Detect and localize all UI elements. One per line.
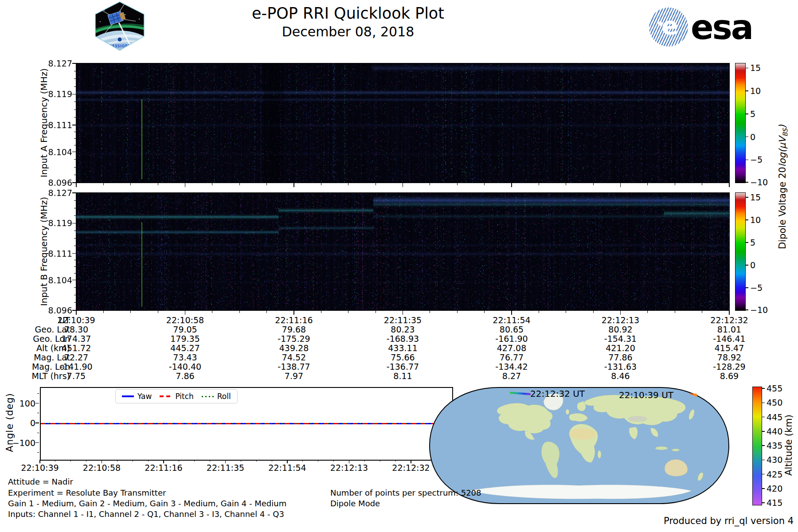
axis-tick [76, 311, 77, 315]
colorbar-tick-label: −5 [750, 283, 777, 293]
table-cell: 72.27 [64, 352, 88, 362]
axis-tick [74, 78, 76, 79]
axis-tick [762, 417, 765, 418]
page-date: December 08, 2018 [126, 24, 570, 39]
table-cell: -131.63 [604, 362, 637, 372]
table-cell: 80.23 [391, 325, 415, 334]
axis-tick [74, 86, 76, 87]
table-cell: 415.47 [715, 343, 744, 353]
axis-tick [566, 311, 566, 313]
freq-tick-label: 8.096 [26, 178, 72, 188]
table-cell: 7.86 [176, 371, 194, 381]
axis-tick [37, 413, 39, 413]
table-cell: -128.29 [713, 362, 745, 372]
axis-tick [293, 183, 294, 187]
table-cell: -168.93 [387, 334, 419, 344]
axis-tick [158, 311, 158, 313]
axis-tick [729, 311, 730, 315]
legend-item-yaw: Yaw [122, 392, 152, 401]
annotation-experiment: Experiment = Resolute Bay Transmitter [8, 488, 166, 497]
axis-tick [403, 311, 403, 315]
colorbar-tick-label: 5 [750, 238, 777, 247]
altitude-colorbar [752, 387, 762, 505]
axis-tick [745, 287, 748, 288]
freq-tick-label: 8.104 [26, 275, 72, 285]
track-start-dot [694, 393, 697, 396]
axis-tick [762, 431, 765, 432]
table-cell: 439.28 [279, 343, 309, 353]
axis-tick [37, 452, 39, 453]
colorbar-tick-label: 10 [750, 86, 777, 96]
table-cell: 22:11:35 [384, 315, 422, 325]
table-cell: 421.20 [606, 343, 635, 353]
angle-ytick-label: 100 [0, 399, 35, 408]
axis-tick [511, 183, 512, 187]
table-cell: 81.01 [717, 325, 741, 334]
axis-tick [74, 145, 76, 145]
axis-tick [74, 175, 76, 175]
axis-tick [321, 183, 321, 185]
axis-tick [74, 215, 76, 216]
axis-tick [484, 183, 485, 185]
axis-tick [647, 183, 648, 185]
axis-tick [266, 183, 267, 185]
table-row-label: MLT (hrs) [4, 371, 70, 381]
legend-item-pitch: Pitch [160, 392, 193, 401]
axis-tick [745, 219, 748, 220]
page-title: e-POP RRI Quicklook Plot [126, 4, 570, 22]
axis-tick [185, 183, 186, 187]
axis-tick [430, 311, 430, 313]
annotation-gains: Gain 1 - Medium, Gain 2 - Medium, Gain 3… [8, 499, 286, 508]
legend-label: Yaw [137, 392, 152, 401]
axis-tick [745, 309, 748, 310]
axis-tick [376, 311, 376, 313]
table-cell: 22:11:54 [493, 315, 530, 325]
axis-tick [762, 445, 765, 446]
colorbar-tick-label: −5 [750, 155, 777, 164]
annotation-attitude: Attitude = Nadir [8, 477, 73, 486]
axis-tick [241, 460, 241, 462]
colorbar-tick-label: 15 [750, 63, 777, 73]
axis-tick [74, 102, 76, 102]
legend-solid-line-sample [122, 395, 134, 397]
table-cell: 76.77 [500, 352, 524, 362]
table-cell: 427.08 [497, 343, 526, 353]
angle-xtick-label: 22:12:32 [384, 463, 438, 473]
colorbar-tick-label: 0 [750, 132, 777, 142]
axis-tick [745, 68, 748, 69]
annotation-points-per-spectrum: Number of points per spectrum: 5208 [330, 488, 481, 497]
spectrogram-input-a [76, 63, 730, 183]
table-row-label: Geo. Lon [4, 334, 70, 344]
axis-tick [86, 460, 86, 462]
axis-tick [457, 311, 458, 313]
axis-tick [74, 159, 76, 160]
freq-tick-label: 8.127 [26, 59, 72, 68]
table-cell: 8.69 [720, 371, 739, 381]
freq-tick-label: 8.111 [26, 120, 72, 130]
axis-tick [72, 253, 76, 254]
axis-tick [103, 311, 104, 313]
legend-label: Roll [217, 392, 231, 401]
axis-tick [762, 488, 765, 489]
axis-tick [35, 422, 39, 423]
table-cell: -136.77 [387, 362, 419, 372]
table-cell: 8.46 [611, 371, 630, 381]
patch-emblem [117, 37, 122, 42]
angle-xtick-label: 22:11:54 [261, 463, 314, 473]
altitude-tick-label: 420 [767, 484, 793, 493]
satellite-track [511, 393, 530, 394]
axis-tick [762, 460, 765, 461]
axis-tick [74, 246, 76, 246]
axis-tick [117, 460, 117, 462]
axis-tick [37, 393, 39, 394]
table-cell: 8.27 [502, 371, 521, 381]
axis-tick [37, 433, 39, 433]
esa-logo-globe: e [649, 8, 688, 47]
table-cell: -140.40 [169, 362, 201, 372]
axis-tick [74, 110, 76, 110]
axis-tick [212, 183, 212, 185]
angle-xtick-label: 22:10:58 [75, 463, 129, 473]
table-cell: 174.37 [62, 334, 91, 344]
angle-legend: YawPitchRoll [115, 389, 238, 403]
table-cell: -161.90 [495, 334, 528, 344]
